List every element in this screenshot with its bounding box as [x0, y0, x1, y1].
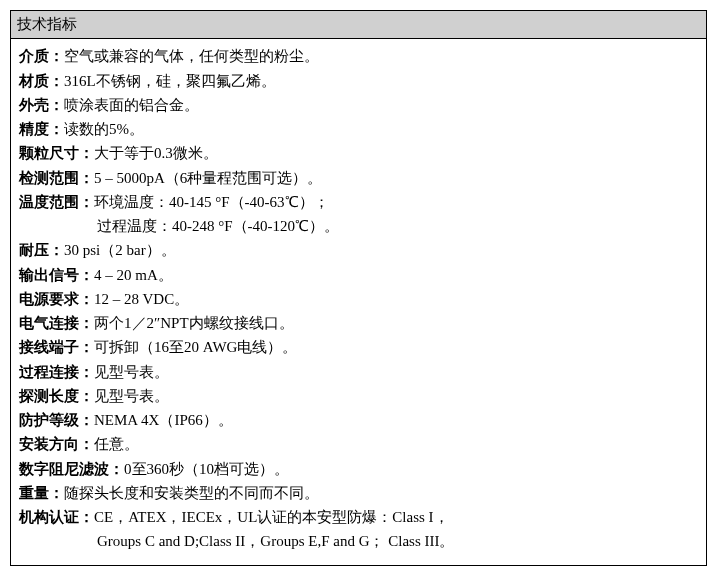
label-electrical: 电气连接： [19, 312, 94, 335]
row-pressure: 耐压： 30 psi（2 bar）。 [19, 239, 698, 262]
table-header: 技术指标 [11, 11, 706, 39]
label-terminal: 接线端子： [19, 336, 94, 359]
value-enclosure: 喷涂表面的铝合金。 [64, 94, 698, 117]
label-particle: 颗粒尺寸： [19, 142, 94, 165]
row-orientation: 安装方向： 任意。 [19, 433, 698, 456]
value-certification-2: Groups C and D;Class II，Groups E,F and G… [97, 530, 698, 553]
label-certification: 机构认证： [19, 506, 94, 529]
value-output: 4 – 20 mA。 [94, 264, 698, 287]
value-material: 316L不锈钢，硅，聚四氟乙烯。 [64, 70, 698, 93]
row-certification: 机构认证： CE，ATEX，IECEx，UL认证的本安型防爆：Class I， [19, 506, 698, 529]
row-enclosure: 外壳： 喷涂表面的铝合金。 [19, 94, 698, 117]
label-process: 过程连接： [19, 361, 94, 384]
value-electrical: 两个1／2″NPT内螺纹接线口。 [94, 312, 698, 335]
label-medium: 介质： [19, 45, 64, 68]
label-pressure: 耐压： [19, 239, 64, 262]
row-particle: 颗粒尺寸： 大于等于0.3微米。 [19, 142, 698, 165]
value-particle: 大于等于0.3微米。 [94, 142, 698, 165]
label-probe-length: 探测长度： [19, 385, 94, 408]
label-power: 电源要求： [19, 288, 94, 311]
row-process: 过程连接： 见型号表。 [19, 361, 698, 384]
value-certification: CE，ATEX，IECEx，UL认证的本安型防爆：Class I， [94, 506, 698, 529]
row-detection-range: 检测范围： 5 – 5000pA（6种量程范围可选）。 [19, 167, 698, 190]
row-temp-range-2: 过程温度：40-248 °F（-40-120℃）。 [19, 215, 698, 238]
value-orientation: 任意。 [94, 433, 698, 456]
value-weight: 随探头长度和安装类型的不同而不同。 [64, 482, 698, 505]
row-probe-length: 探测长度： 见型号表。 [19, 385, 698, 408]
row-terminal: 接线端子： 可拆卸（16至20 AWG电线）。 [19, 336, 698, 359]
row-protection: 防护等级： NEMA 4X（IP66）。 [19, 409, 698, 432]
value-pressure: 30 psi（2 bar）。 [64, 239, 698, 262]
value-medium: 空气或兼容的气体，任何类型的粉尘。 [64, 45, 698, 68]
value-probe-length: 见型号表。 [94, 385, 698, 408]
spec-table: 技术指标 介质： 空气或兼容的气体，任何类型的粉尘。 材质： 316L不锈钢，硅… [10, 10, 707, 566]
row-power: 电源要求： 12 – 28 VDC。 [19, 288, 698, 311]
label-temp-range: 温度范围： [19, 191, 94, 214]
row-accuracy: 精度： 读数的5%。 [19, 118, 698, 141]
row-material: 材质： 316L不锈钢，硅，聚四氟乙烯。 [19, 70, 698, 93]
row-output: 输出信号： 4 – 20 mA。 [19, 264, 698, 287]
label-damping: 数字阻尼滤波： [19, 458, 124, 481]
row-weight: 重量： 随探头长度和安装类型的不同而不同。 [19, 482, 698, 505]
row-electrical: 电气连接： 两个1／2″NPT内螺纹接线口。 [19, 312, 698, 335]
value-damping: 0至360秒（10档可选）。 [124, 458, 698, 481]
value-process: 见型号表。 [94, 361, 698, 384]
label-output: 输出信号： [19, 264, 94, 287]
value-protection: NEMA 4X（IP66）。 [94, 409, 698, 432]
label-orientation: 安装方向： [19, 433, 94, 456]
label-accuracy: 精度： [19, 118, 64, 141]
value-temp-range: 环境温度：40-145 °F（-40-63℃）； [94, 191, 698, 214]
value-temp-range-2: 过程温度：40-248 °F（-40-120℃）。 [97, 215, 698, 238]
label-weight: 重量： [19, 482, 64, 505]
value-detection-range: 5 – 5000pA（6种量程范围可选）。 [94, 167, 698, 190]
row-damping: 数字阻尼滤波： 0至360秒（10档可选）。 [19, 458, 698, 481]
label-protection: 防护等级： [19, 409, 94, 432]
row-medium: 介质： 空气或兼容的气体，任何类型的粉尘。 [19, 45, 698, 68]
row-temp-range: 温度范围： 环境温度：40-145 °F（-40-63℃）； [19, 191, 698, 214]
row-certification-2: Groups C and D;Class II，Groups E,F and G… [19, 530, 698, 553]
table-content: 介质： 空气或兼容的气体，任何类型的粉尘。 材质： 316L不锈钢，硅，聚四氟乙… [11, 39, 706, 564]
label-enclosure: 外壳： [19, 94, 64, 117]
label-detection-range: 检测范围： [19, 167, 94, 190]
value-power: 12 – 28 VDC。 [94, 288, 698, 311]
label-material: 材质： [19, 70, 64, 93]
value-terminal: 可拆卸（16至20 AWG电线）。 [94, 336, 698, 359]
value-accuracy: 读数的5%。 [64, 118, 698, 141]
